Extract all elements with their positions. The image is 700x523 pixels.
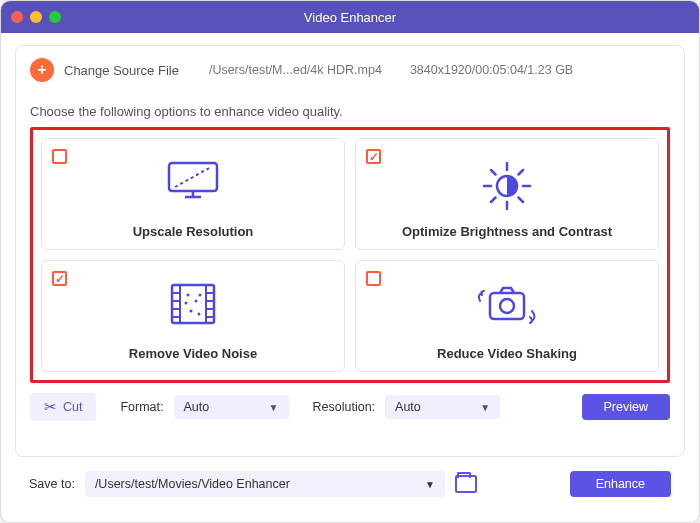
chevron-down-icon: ▼ — [480, 402, 490, 413]
svg-line-11 — [491, 198, 496, 203]
titlebar: Video Enhancer — [1, 1, 699, 33]
source-path: /Users/test/M...ed/4k HDR.mp4 — [209, 63, 382, 77]
chevron-down-icon: ▼ — [425, 479, 435, 490]
save-path-select[interactable]: /Users/test/Movies/Video Enhancer ▼ — [85, 471, 445, 497]
svg-point-27 — [198, 313, 201, 316]
option-title: Upscale Resolution — [133, 224, 254, 239]
instructions-label: Choose the following options to enhance … — [30, 104, 670, 119]
svg-point-24 — [187, 294, 190, 297]
resolution-label: Resolution: — [313, 400, 376, 414]
scissors-icon: ✂ — [44, 398, 57, 416]
svg-point-26 — [190, 310, 193, 313]
svg-point-28 — [185, 302, 188, 305]
svg-line-9 — [491, 170, 496, 175]
option-optimize-brightness[interactable]: Optimize Brightness and Contrast — [355, 138, 659, 250]
option-title: Reduce Video Shaking — [437, 346, 577, 361]
main-panel: + Change Source File /Users/test/M...ed/… — [15, 45, 685, 457]
options-highlight: Upscale Resolution — [30, 127, 670, 383]
chevron-down-icon: ▼ — [269, 402, 279, 413]
source-meta: 3840x1920/00:05:04/1.23 GB — [410, 63, 573, 77]
camera-shake-icon — [356, 281, 658, 327]
film-icon — [42, 281, 344, 327]
save-path: /Users/test/Movies/Video Enhancer — [95, 477, 290, 491]
app-window: Video Enhancer + Change Source File /Use… — [0, 0, 700, 523]
option-title: Optimize Brightness and Contrast — [402, 224, 612, 239]
svg-rect-30 — [490, 293, 524, 319]
options-grid: Upscale Resolution — [41, 138, 659, 372]
content: + Change Source File /Users/test/M...ed/… — [1, 33, 699, 511]
sun-icon — [356, 159, 658, 213]
option-reduce-shaking[interactable]: Reduce Video Shaking — [355, 260, 659, 372]
monitor-icon — [42, 159, 344, 203]
preview-button[interactable]: Preview — [582, 394, 670, 420]
window-title: Video Enhancer — [11, 10, 689, 25]
svg-line-10 — [519, 198, 524, 203]
resolution-select[interactable]: Auto ▼ — [385, 395, 500, 419]
format-select[interactable]: Auto ▼ — [174, 395, 289, 419]
open-folder-icon[interactable] — [455, 475, 477, 493]
svg-point-25 — [195, 300, 198, 303]
change-source-button[interactable]: Change Source File — [64, 63, 179, 78]
svg-line-1 — [175, 167, 211, 187]
resolution-value: Auto — [395, 400, 421, 414]
toolbar-row: ✂ Cut Format: Auto ▼ Resolution: Auto ▼ … — [30, 393, 670, 421]
save-to-label: Save to: — [29, 477, 75, 491]
save-row: Save to: /Users/test/Movies/Video Enhanc… — [15, 457, 685, 497]
source-row: + Change Source File /Users/test/M...ed/… — [30, 56, 670, 82]
cut-label: Cut — [63, 400, 82, 414]
enhance-button[interactable]: Enhance — [570, 471, 671, 497]
cut-button[interactable]: ✂ Cut — [30, 393, 96, 421]
svg-point-29 — [199, 294, 202, 297]
option-title: Remove Video Noise — [129, 346, 257, 361]
option-upscale-resolution[interactable]: Upscale Resolution — [41, 138, 345, 250]
format-label: Format: — [120, 400, 163, 414]
svg-point-31 — [500, 299, 514, 313]
svg-line-12 — [519, 170, 524, 175]
format-value: Auto — [184, 400, 210, 414]
option-remove-noise[interactable]: Remove Video Noise — [41, 260, 345, 372]
add-source-icon[interactable]: + — [30, 58, 54, 82]
